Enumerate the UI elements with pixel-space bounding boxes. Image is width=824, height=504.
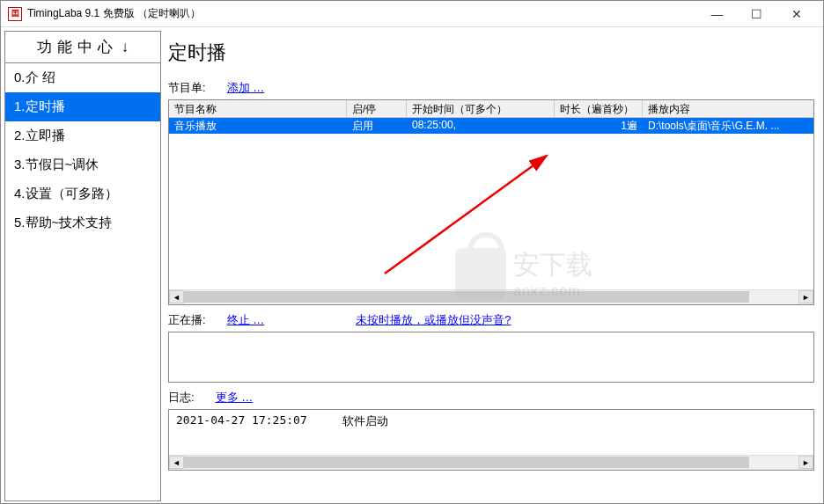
window-controls: — ☐ ✕: [697, 2, 816, 26]
table-body: 音乐播放 启用 08:25:00, 1遍 D:\tools\桌面\音乐\G.E.…: [169, 118, 813, 289]
sidebar-item-timed-play[interactable]: 1.定时播: [5, 92, 160, 121]
cell-name: 音乐播放: [169, 118, 347, 134]
now-playing-row: 正在播: 终止 … 未按时播放，或播放但没声音?: [168, 305, 814, 332]
window-title: TimingLaba 9.1 免费版 （定时喇叭）: [27, 6, 697, 21]
sidebar-item-help[interactable]: 5.帮助~技术支持: [5, 208, 160, 237]
content: 定时播 节目单: 添加 … 节目名称 启/停 开始时间（可多个） 时长（遍首秒）…: [165, 27, 823, 504]
more-link[interactable]: 更多 …: [216, 390, 254, 405]
table-header: 节目名称 启/停 开始时间（可多个） 时长（遍首秒） 播放内容: [169, 100, 813, 118]
sidebar-item-instant-play[interactable]: 2.立即播: [5, 121, 160, 150]
schedule-table: 节目名称 启/停 开始时间（可多个） 时长（遍首秒） 播放内容 音乐播放 启用 …: [168, 99, 814, 305]
log-row: 日志: 更多 …: [168, 383, 814, 409]
app-icon: 囯: [8, 7, 22, 21]
log-panel: 2021-04-27 17:25:07 软件启动 ◄ ►: [168, 409, 814, 471]
stop-link[interactable]: 终止 …: [227, 312, 265, 328]
col-name[interactable]: 节目名称: [169, 100, 347, 117]
minimize-button[interactable]: —: [697, 2, 737, 26]
scroll-right-icon[interactable]: ►: [798, 290, 813, 303]
sidebar-item-settings[interactable]: 4.设置（可多路）: [5, 179, 160, 208]
col-content[interactable]: 播放内容: [643, 100, 813, 117]
table-row[interactable]: 音乐播放 启用 08:25:00, 1遍 D:\tools\桌面\音乐\G.E.…: [169, 118, 813, 134]
sidebar: 功能中心 ↓ 0.介 绍 1.定时播 2.立即播 3.节假日~调休 4.设置（可…: [4, 31, 161, 501]
log-msg: 软件启动: [342, 413, 388, 429]
scroll-thumb[interactable]: [184, 457, 749, 468]
titlebar: 囯 TimingLaba 9.1 免费版 （定时喇叭） — ☐ ✕: [1, 1, 823, 27]
log-line: 2021-04-27 17:25:07 软件启动: [176, 413, 806, 429]
help-link[interactable]: 未按时播放，或播放但没声音?: [356, 312, 511, 328]
dropdown-arrow-icon: ↓: [121, 39, 129, 56]
now-playing-label: 正在播:: [168, 312, 206, 328]
sidebar-item-holiday[interactable]: 3.节假日~调休: [5, 150, 160, 179]
close-button[interactable]: ✕: [776, 2, 816, 26]
log-scrollbar[interactable]: ◄ ►: [169, 455, 813, 470]
cell-enable: 启用: [347, 118, 407, 134]
cell-start: 08:25:00,: [407, 118, 555, 134]
cell-duration: 1遍: [555, 118, 643, 134]
col-start[interactable]: 开始时间（可多个）: [407, 100, 555, 117]
log-time: 2021-04-27 17:25:07: [176, 413, 307, 429]
now-playing-panel: [168, 332, 814, 383]
col-duration[interactable]: 时长（遍首秒）: [555, 100, 643, 117]
col-enable[interactable]: 启/停: [347, 100, 407, 117]
schedule-label: 节目单:: [168, 80, 206, 96]
main-area: 功能中心 ↓ 0.介 绍 1.定时播 2.立即播 3.节假日~调休 4.设置（可…: [1, 27, 823, 504]
scroll-left-icon[interactable]: ◄: [169, 290, 184, 303]
sidebar-header[interactable]: 功能中心 ↓: [5, 32, 160, 63]
scroll-left-icon[interactable]: ◄: [169, 456, 184, 469]
schedule-label-row: 节目单: 添加 …: [168, 78, 814, 99]
scroll-right-icon[interactable]: ►: [798, 456, 813, 469]
scroll-thumb[interactable]: [184, 291, 749, 303]
page-title: 定时播: [168, 34, 814, 78]
sidebar-item-intro[interactable]: 0.介 绍: [5, 63, 160, 92]
add-link[interactable]: 添加 …: [227, 80, 265, 96]
cell-content: D:\tools\桌面\音乐\G.E.M. ...: [643, 118, 813, 134]
log-body: 2021-04-27 17:25:07 软件启动: [169, 410, 813, 455]
log-label: 日志:: [168, 390, 195, 405]
maximize-button[interactable]: ☐: [737, 2, 776, 26]
horizontal-scrollbar[interactable]: ◄ ►: [169, 289, 813, 304]
